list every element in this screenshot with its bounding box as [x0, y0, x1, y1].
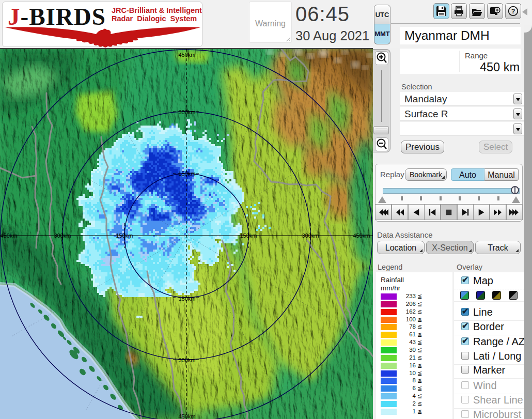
svg-text:?: ? — [511, 8, 515, 15]
svg-text:450km: 450km — [353, 232, 370, 239]
svg-text:300km: 300km — [178, 109, 195, 115]
svg-text:150km: 150km — [178, 170, 195, 177]
svg-text:450km: 450km — [178, 52, 195, 58]
svg-text:450km: 450km — [178, 413, 195, 419]
svg-text:150km: 150km — [178, 296, 195, 302]
svg-text:300km: 300km — [178, 357, 195, 363]
svg-text:450km: 450km — [0, 232, 17, 239]
